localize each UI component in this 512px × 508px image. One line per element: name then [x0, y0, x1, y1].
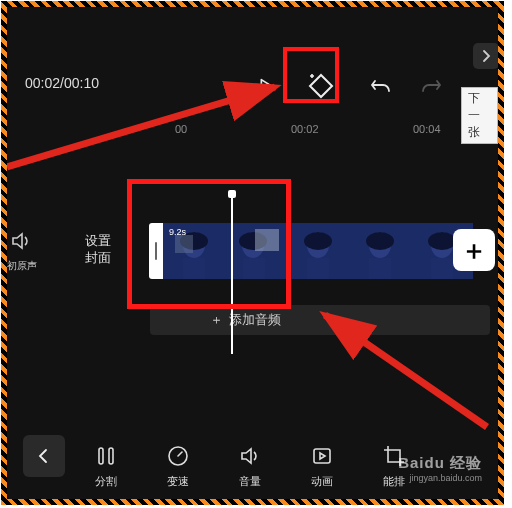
bottombar: 分割 变速 音量 — [7, 427, 498, 493]
playback-time: 00:02/00:10 — [25, 75, 99, 91]
cover-label-2: 封面 — [85, 250, 111, 265]
back-button[interactable] — [23, 435, 65, 477]
video-clip[interactable] — [149, 223, 498, 279]
cover-label-1: 设置 — [85, 233, 111, 248]
svg-rect-25 — [314, 449, 330, 463]
svg-rect-23 — [109, 448, 113, 464]
chevron-left-icon — [35, 447, 53, 465]
keyframe-add-icon — [306, 71, 336, 101]
clip-thumbnail — [287, 223, 349, 279]
svg-point-12 — [304, 232, 332, 250]
add-audio-label: 添加音频 — [229, 311, 281, 329]
svg-point-20 — [428, 232, 456, 250]
svg-rect-9 — [255, 229, 279, 251]
tool-volume[interactable]: 音量 — [229, 444, 271, 489]
clip-left-handle[interactable] — [149, 223, 163, 279]
topbar: 00:02/00:10 — [7, 65, 498, 105]
redo-icon — [419, 74, 443, 98]
play-button[interactable] — [249, 70, 281, 102]
svg-rect-4 — [175, 235, 193, 253]
timeline-ruler: 00 00:02 00:04 — [7, 123, 498, 143]
tool-row: 分割 变速 音量 — [85, 444, 415, 489]
svg-rect-22 — [99, 448, 103, 464]
tool-label: 动画 — [311, 474, 333, 489]
split-icon — [94, 444, 118, 468]
tool-animation[interactable]: 动画 — [301, 444, 343, 489]
tool-label: 变速 — [167, 474, 189, 489]
speed-icon — [166, 444, 190, 468]
watermark: Baidu 经验 jingyan.baidu.com — [398, 454, 482, 483]
undo-button[interactable] — [365, 70, 397, 102]
svg-point-16 — [366, 232, 394, 250]
volume-icon — [238, 444, 262, 468]
tool-split[interactable]: 分割 — [85, 444, 127, 489]
anim-icon — [310, 444, 334, 468]
svg-rect-21 — [431, 258, 453, 279]
forward-button[interactable] — [473, 43, 498, 69]
redo-button[interactable] — [415, 70, 447, 102]
ruler-tick-2: 00:02 — [291, 123, 319, 135]
chevron-right-icon — [478, 48, 494, 64]
svg-rect-17 — [369, 258, 391, 279]
add-clip-button[interactable]: ＋ — [453, 229, 495, 271]
add-audio-button[interactable]: ＋ 添加音频 — [150, 305, 490, 335]
tool-label: 分割 — [95, 474, 117, 489]
clip-thumbnail — [225, 223, 287, 279]
video-editor-app: 00:02/00:10 — [7, 7, 498, 499]
svg-rect-13 — [307, 258, 329, 279]
mute-original-audio-button[interactable]: 初原声 — [7, 231, 43, 273]
tutorial-frame: 00:02/00:10 — [1, 1, 504, 505]
keyframe-button[interactable] — [305, 70, 337, 102]
watermark-main: Baidu 经验 — [398, 454, 482, 473]
tool-speed[interactable]: 变速 — [157, 444, 199, 489]
playhead[interactable] — [231, 194, 233, 354]
watermark-sub: jingyan.baidu.com — [398, 473, 482, 483]
undo-icon — [369, 74, 393, 98]
ruler-tick-0: 00 — [175, 123, 187, 135]
plus-icon: ＋ — [461, 233, 487, 268]
ruler-tick-4: 00:04 — [413, 123, 441, 135]
svg-rect-3 — [183, 258, 205, 279]
svg-rect-8 — [243, 258, 265, 279]
clip-duration-label: 9.2s — [169, 227, 186, 237]
plus-small-icon: ＋ — [210, 311, 223, 329]
set-cover-button[interactable]: 设置 封面 — [69, 225, 127, 275]
mute-label: 初原声 — [7, 259, 43, 273]
play-icon — [254, 75, 276, 97]
clip-thumbnail — [349, 223, 411, 279]
tool-label: 音量 — [239, 474, 261, 489]
speaker-mute-icon — [10, 231, 34, 251]
